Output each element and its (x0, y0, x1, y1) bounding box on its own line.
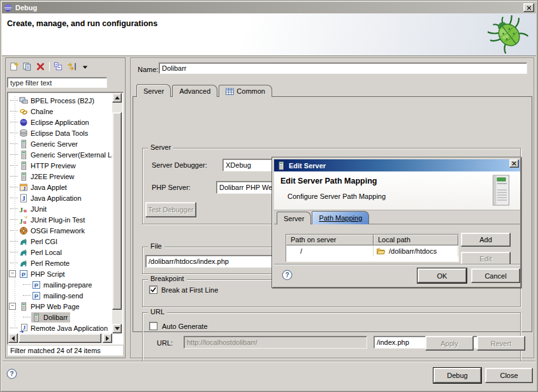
chain-icon (19, 107, 28, 116)
tree-guide (8, 165, 18, 166)
tree-item-eclipse-application[interactable]: Eclipse Application (8, 117, 112, 127)
tree-guide (8, 198, 18, 198)
url-base-input[interactable] (184, 336, 367, 349)
tree-item-java-applet[interactable]: JJava Applet (8, 182, 112, 192)
tab-advanced[interactable]: Advanced (172, 85, 217, 97)
delete-configuration-button[interactable] (34, 61, 47, 73)
tree-item-bpel-process-b2j[interactable]: BPEL Process (B2J) (8, 95, 112, 106)
tree-item-junit[interactable]: JuJUnit (8, 203, 112, 214)
dialog-tabs: ServerPath Mapping (277, 211, 369, 224)
path-on-server-cell: / (286, 245, 374, 256)
dialog-title: Edit Server (289, 162, 326, 170)
debug-button[interactable]: Debug (433, 368, 481, 383)
svg-text:J: J (22, 194, 25, 202)
dialog-close-button[interactable] (509, 159, 519, 168)
edit-server-dialog: Edit Server Edit Server Path Mapping Con… (272, 157, 521, 288)
tree-item-label: Eclipse Data Tools (31, 129, 88, 137)
revert-button[interactable]: Revert (477, 336, 525, 351)
menu-dropdown-icon (80, 62, 90, 71)
tree-item-php-script[interactable]: PPHP Script (8, 268, 112, 279)
new-configuration-button[interactable] (7, 61, 20, 73)
server-icon (19, 150, 28, 159)
mapping-row[interactable]: //dolibarr/htdocs (286, 245, 458, 256)
break-first-line-checkbox[interactable] (149, 286, 157, 294)
tree-item-dolibarr[interactable]: Dolibarr (8, 312, 112, 323)
tree-guide (8, 176, 18, 177)
svg-text:u: u (24, 218, 27, 224)
column-header-path-on-server[interactable]: Path on server (286, 235, 374, 245)
path-mapping-table: Path on serverLocal path //dolibarr/htdo… (286, 234, 459, 262)
tree-item-php-web-page[interactable]: PHP Web Page (8, 301, 112, 312)
horizontal-scroll-thumb[interactable] (18, 333, 101, 343)
help-icon[interactable]: ? (282, 270, 293, 280)
local-path-text: /dolibarr/htdocs (389, 247, 437, 255)
scroll-left-button[interactable] (8, 333, 18, 343)
tree-item-generic-server[interactable]: Generic Server (8, 138, 112, 149)
database-icon (19, 129, 28, 138)
test-debugger-button[interactable]: Test Debugger (145, 202, 196, 217)
tree-horizontal-scrollbar[interactable] (8, 333, 112, 344)
tree-item-label: Perl Remote (31, 259, 69, 267)
name-input[interactable] (159, 62, 527, 74)
tab-path-mapping[interactable]: Path Mapping (312, 211, 369, 224)
tree-item-label: Chaîne (31, 108, 53, 115)
local-path-cell: /dolibarr/htdocs (374, 245, 458, 256)
help-icon[interactable]: ? (6, 368, 17, 379)
name-label: Name: (138, 66, 158, 73)
window-titlebar[interactable]: Debug (2, 2, 536, 13)
auto-generate-checkbox[interactable] (149, 322, 157, 330)
tab-common[interactable]: Common (219, 85, 272, 97)
window-close-button[interactable] (523, 3, 534, 12)
tree-item-osgi-framework[interactable]: OSGi Framework (8, 225, 112, 236)
filter-input[interactable] (7, 77, 107, 88)
close-button[interactable]: Close (485, 368, 533, 383)
url-group-legend: URL (148, 308, 167, 316)
vertical-scroll-thumb[interactable] (112, 112, 122, 310)
tree-item-eclipse-data-tools[interactable]: Eclipse Data Tools (8, 127, 112, 138)
tree-item-java-application[interactable]: JJava Application (8, 192, 112, 203)
scroll-right-button[interactable] (103, 333, 112, 343)
tab-label: Common (236, 87, 265, 95)
collapse-toggle-icon[interactable] (8, 303, 18, 310)
tree-item-perl-cgi[interactable]: Perl CGI (8, 236, 112, 247)
tree-item-cha-ne[interactable]: Chaîne (8, 106, 112, 117)
apply-button[interactable]: Apply (425, 336, 474, 351)
url-label: URL: (157, 339, 173, 347)
collapse-all-button[interactable] (52, 61, 65, 73)
column-header-local-path[interactable]: Local path (374, 235, 458, 245)
tree-guide (8, 252, 18, 252)
filter-menu-button[interactable] (78, 61, 92, 73)
tree-item-remote-java-application[interactable]: JRemote Java Application (8, 323, 112, 333)
dialog-titlebar[interactable]: Edit Server (274, 159, 520, 171)
eclipse-logo-icon (4, 4, 12, 12)
tree-guide (8, 122, 18, 122)
scroll-up-button[interactable] (112, 93, 122, 103)
tree-item-content: OSGi Framework (18, 226, 87, 236)
server-icon (19, 302, 28, 311)
collapse-toggle-icon[interactable] (8, 270, 18, 277)
tree-item-mailing-send[interactable]: Pmailing-send (8, 290, 112, 301)
cancel-button[interactable]: Cancel (471, 268, 520, 283)
tab-server[interactable]: Server (277, 212, 311, 224)
tree-item-mailing-prepare[interactable]: Pmailing-prepare (8, 279, 112, 290)
tree-item-junit-plug-in-test[interactable]: JuJUnit Plug-in Test (8, 214, 112, 225)
debug-window: Debug Create, manage, and run configurat… (0, 0, 538, 392)
tree-guide (8, 328, 18, 328)
tree-vertical-scrollbar[interactable] (112, 93, 122, 333)
tree-item-http-preview[interactable]: HTTP Preview (8, 160, 112, 171)
scroll-down-button[interactable] (112, 324, 122, 333)
tree-item-label: Eclipse Application (31, 119, 89, 126)
tree-item-j2ee-preview[interactable]: J2EE Preview (8, 171, 112, 182)
tree-item-perl-local[interactable]: Perl Local (8, 247, 112, 258)
add-mapping-button[interactable]: Add (461, 233, 511, 247)
ok-button[interactable]: OK (418, 268, 467, 283)
tree-item-content: PHP Web Page (18, 301, 82, 312)
tree-item-perl-remote[interactable]: Perl Remote (8, 258, 112, 268)
tree-item-content: Eclipse Data Tools (18, 128, 90, 138)
dialog-footer: ? OK Cancel (274, 264, 520, 286)
filter-launch-button[interactable] (65, 61, 78, 73)
tab-server[interactable]: Server (136, 84, 171, 97)
duplicate-configuration-button[interactable] (20, 61, 34, 73)
tree-guide (8, 230, 18, 231)
tree-item-generic-server-external-la[interactable]: Generic Server(External La (8, 149, 112, 160)
